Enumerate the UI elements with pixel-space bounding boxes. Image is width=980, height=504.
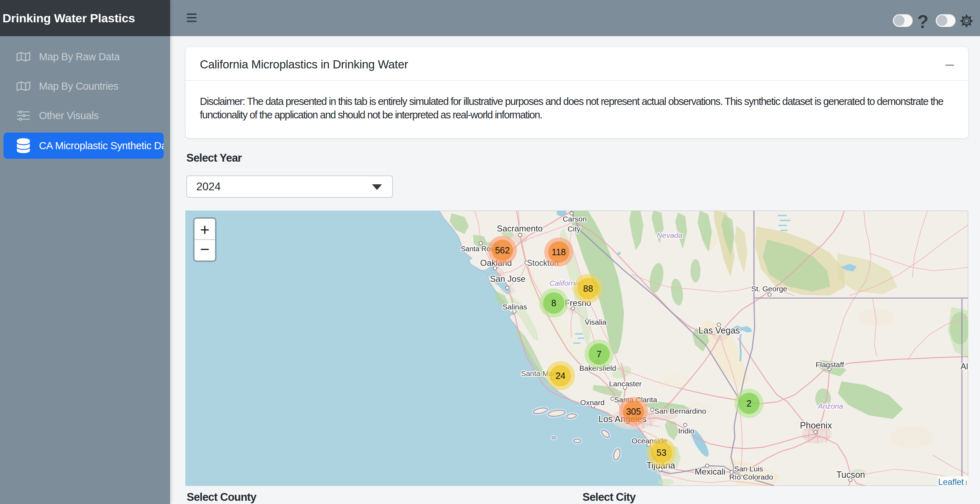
svg-text:Sacramento: Sacramento xyxy=(497,224,542,233)
svg-text:Leaflet: Leaflet xyxy=(938,477,964,486)
svg-text:Carson: Carson xyxy=(563,215,587,223)
svg-text:8: 8 xyxy=(551,298,556,308)
svg-text:Río Colorado: Río Colorado xyxy=(729,473,773,481)
svg-text:City: City xyxy=(568,225,581,233)
svg-text:88: 88 xyxy=(583,284,593,293)
svg-text:562: 562 xyxy=(495,245,510,255)
svg-text:Visalia: Visalia xyxy=(585,318,606,326)
svg-text:118: 118 xyxy=(552,247,566,257)
svg-text:24: 24 xyxy=(555,371,565,381)
svg-text:Alb: Alb xyxy=(961,362,968,371)
svg-text:305: 305 xyxy=(626,407,641,416)
svg-text:Arizona: Arizona xyxy=(817,402,843,410)
svg-text:Salinas: Salinas xyxy=(503,303,527,311)
svg-text:−: − xyxy=(200,240,210,258)
svg-text:Indio: Indio xyxy=(678,427,694,435)
svg-text:San Bernardino: San Bernardino xyxy=(654,407,706,415)
svg-text:St. George: St. George xyxy=(751,285,787,293)
svg-text:Tucson: Tucson xyxy=(836,470,865,480)
svg-text:53: 53 xyxy=(657,448,667,458)
svg-text:Mexicali: Mexicali xyxy=(695,467,725,476)
svg-text:San Jose: San Jose xyxy=(490,274,525,284)
svg-text:San Luis: San Luis xyxy=(734,465,763,473)
svg-text:+: + xyxy=(200,220,210,239)
svg-text:Oxnard: Oxnard xyxy=(580,399,605,407)
svg-text:Lancaster: Lancaster xyxy=(609,380,642,388)
svg-text:Nevada: Nevada xyxy=(657,231,682,239)
svg-text:Flagstaff: Flagstaff xyxy=(816,360,844,368)
svg-text:Las Vegas: Las Vegas xyxy=(699,325,740,335)
svg-text:Phoenix: Phoenix xyxy=(800,420,832,430)
svg-text:2: 2 xyxy=(746,399,751,408)
svg-text:7: 7 xyxy=(597,349,601,359)
